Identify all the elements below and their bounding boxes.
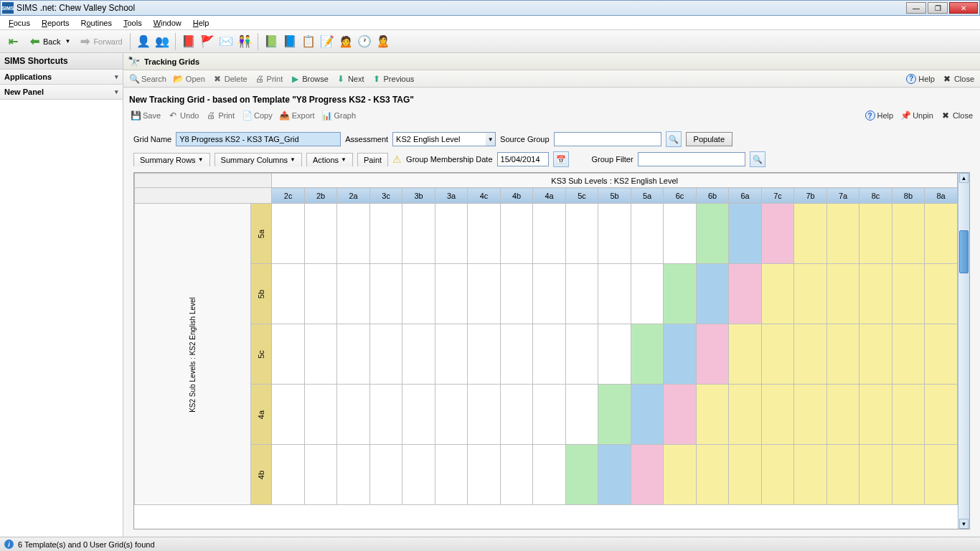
toolbar-sheet-icon[interactable]: 📋 <box>300 33 317 50</box>
col-header[interactable]: 4b <box>500 188 533 204</box>
col-header[interactable]: 8a <box>925 188 958 204</box>
menu-routines[interactable]: Routines <box>75 17 118 29</box>
grid-cell[interactable] <box>664 264 696 324</box>
scroll-up-icon[interactable]: ▲ <box>959 173 969 183</box>
col-header[interactable]: 3a <box>435 188 468 204</box>
export-button[interactable]: 📤Export <box>277 109 318 122</box>
assessment-dropdown[interactable]: ▼ <box>486 132 496 146</box>
grid-cell[interactable] <box>859 445 892 505</box>
grid-cell[interactable] <box>435 264 468 324</box>
grid-cell[interactable] <box>500 264 533 324</box>
toolbar-books2-icon[interactable]: 📘 <box>281 33 298 50</box>
sidebar-item-newpanel[interactable]: New Panel▾ <box>0 85 123 100</box>
grid-cell[interactable] <box>533 445 566 505</box>
grid-cell[interactable] <box>435 204 468 264</box>
gridname-input[interactable] <box>176 132 341 146</box>
grid-cell[interactable] <box>402 324 435 385</box>
col-header[interactable]: 3c <box>369 188 402 204</box>
grid-cell[interactable] <box>272 445 304 505</box>
sourcegroup-input[interactable] <box>554 132 661 146</box>
toolbar-user-icon[interactable]: 🙍 <box>337 33 354 50</box>
doc-close-button[interactable]: ✖Close <box>938 109 976 122</box>
grid-cell[interactable] <box>696 385 729 445</box>
scroll-down-icon[interactable]: ▼ <box>959 519 969 529</box>
print-button[interactable]: 🖨Print <box>252 72 286 85</box>
grid-cell[interactable] <box>631 264 664 324</box>
grid-cell[interactable] <box>729 264 762 324</box>
grid-cell[interactable] <box>565 324 598 385</box>
grid-cell[interactable] <box>272 385 304 445</box>
grid-cell[interactable] <box>696 324 729 385</box>
groupfilter-input[interactable] <box>638 152 745 166</box>
grid-cell[interactable] <box>859 324 892 385</box>
graph-button[interactable]: 📊Graph <box>319 109 359 122</box>
grid-cell[interactable] <box>533 264 566 324</box>
grid-cell[interactable] <box>598 445 631 505</box>
grid-cell[interactable] <box>369 324 402 385</box>
grid-cell[interactable] <box>696 204 729 264</box>
grid-cell[interactable] <box>272 264 304 324</box>
grid-cell[interactable] <box>500 204 533 264</box>
col-header[interactable]: 8c <box>859 188 892 204</box>
col-header[interactable]: 2b <box>304 188 337 204</box>
grid-cell[interactable] <box>892 264 925 324</box>
back-button[interactable]: ⬅Back▼ <box>24 32 73 51</box>
grid-cell[interactable] <box>337 445 370 505</box>
grid-cell[interactable] <box>696 445 729 505</box>
grid-cell[interactable] <box>468 264 500 324</box>
grid-cell[interactable] <box>565 204 598 264</box>
menu-tools[interactable]: Tools <box>118 17 148 29</box>
grid-cell[interactable] <box>304 445 337 505</box>
grid-cell[interactable] <box>664 204 696 264</box>
summary-cols-button[interactable]: Summary Columns▼ <box>215 153 302 166</box>
grid-cell[interactable] <box>369 385 402 445</box>
grid-cell[interactable] <box>631 385 664 445</box>
grid-cell[interactable] <box>598 264 631 324</box>
menu-reports[interactable]: Reports <box>36 17 75 29</box>
grid-cell[interactable] <box>664 324 696 385</box>
grid-cell[interactable] <box>892 385 925 445</box>
open-button[interactable]: 📂Open <box>171 72 208 85</box>
col-header[interactable]: 2c <box>272 188 304 204</box>
grid-cell[interactable] <box>826 385 859 445</box>
grid-cell[interactable] <box>729 324 762 385</box>
grid-cell[interactable] <box>794 324 827 385</box>
grid-cell[interactable] <box>729 385 762 445</box>
col-header[interactable]: 2a <box>337 188 370 204</box>
col-header[interactable]: 5c <box>565 188 598 204</box>
col-header[interactable]: 4c <box>468 188 500 204</box>
grid-cell[interactable] <box>500 445 533 505</box>
toolbar-flag-icon[interactable]: 🚩 <box>199 33 216 50</box>
close-window-button[interactable]: ✕ <box>949 2 978 14</box>
col-header[interactable]: 7b <box>794 188 827 204</box>
paint-button[interactable]: Paint <box>357 153 388 166</box>
toolbar-people-icon[interactable]: 👫 <box>236 33 253 50</box>
memberdate-input[interactable] <box>497 152 549 166</box>
col-header[interactable]: 7c <box>761 188 793 204</box>
summary-rows-button[interactable]: Summary Rows▼ <box>133 153 210 166</box>
grid-cell[interactable] <box>500 324 533 385</box>
grid-cell[interactable] <box>337 324 370 385</box>
col-header[interactable]: 3b <box>402 188 435 204</box>
grid-cell[interactable] <box>337 204 370 264</box>
grid-cell[interactable] <box>859 264 892 324</box>
toolbar-person2-icon[interactable]: 👥 <box>154 33 171 50</box>
forward-button[interactable]: ➡Forward <box>75 32 125 51</box>
grid-cell[interactable] <box>696 264 729 324</box>
grid-cell[interactable] <box>272 324 304 385</box>
toolbar-books1-icon[interactable]: 📗 <box>263 33 280 50</box>
grid-cell[interactable] <box>337 385 370 445</box>
grid-cell[interactable] <box>925 324 958 385</box>
grid-cell[interactable] <box>794 385 827 445</box>
copy-button[interactable]: 📄Copy <box>239 109 275 122</box>
grid-cell[interactable] <box>565 385 598 445</box>
col-header[interactable]: 6b <box>696 188 729 204</box>
grid-cell[interactable] <box>369 264 402 324</box>
grid-cell[interactable] <box>598 324 631 385</box>
grid-cell[interactable] <box>304 385 337 445</box>
grid-cell[interactable] <box>631 204 664 264</box>
grid-cell[interactable] <box>598 204 631 264</box>
grid-cell[interactable] <box>304 264 337 324</box>
grid-cell[interactable] <box>925 204 958 264</box>
grid-cell[interactable] <box>826 204 859 264</box>
